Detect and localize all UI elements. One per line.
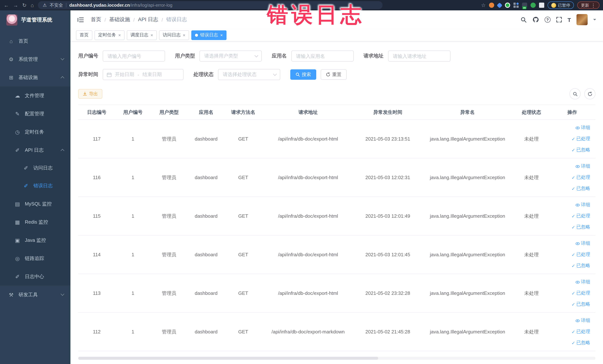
cell-exception: java.lang.IllegalArgumentException: [421, 158, 514, 197]
mark-ignored-link[interactable]: ✓ 已忽略: [571, 224, 590, 230]
search-button[interactable]: 搜索: [290, 69, 316, 80]
reload-icon[interactable]: ↻: [22, 3, 26, 8]
user-id-input[interactable]: [103, 50, 165, 61]
request-url-input[interactable]: [388, 50, 450, 61]
mark-processed-link[interactable]: ✓ 已处理: [571, 290, 590, 296]
user-type-select[interactable]: 请选择用户类型: [199, 50, 262, 61]
sidebar-item-error-log[interactable]: ✐ 错误日志: [0, 177, 70, 195]
cell-status: 未处理: [514, 235, 549, 274]
extension-icon[interactable]: [531, 3, 536, 8]
tab-error-log[interactable]: 错误日志 ×: [191, 30, 227, 40]
cell-status: 未处理: [514, 120, 549, 158]
scrollbar-thumb[interactable]: [78, 357, 378, 360]
select-placeholder: 请选择用户类型: [204, 53, 238, 59]
sidebar-item-file-manage[interactable]: ☁ 文件管理: [0, 86, 70, 105]
extensions-puzzle-icon[interactable]: [539, 3, 544, 8]
app-logo[interactable]: 芋道管理系统: [0, 10, 70, 30]
sidebar-item-home[interactable]: ⌂ 首页: [0, 32, 70, 50]
update-label: 更新: [581, 2, 589, 8]
browser-menu-icon[interactable]: ⋮: [591, 2, 596, 8]
log-icon: ✐: [23, 183, 29, 189]
detail-link[interactable]: 详细: [575, 163, 590, 169]
tab-job-log[interactable]: 调度日志 ×: [127, 30, 157, 40]
start-date-placeholder[interactable]: 开始日期: [115, 71, 134, 78]
tab-label: 错误日志: [200, 32, 218, 38]
cell-app-name: dashboard: [188, 120, 225, 158]
detail-link[interactable]: 详细: [575, 125, 590, 131]
detail-link[interactable]: 详细: [575, 202, 590, 208]
security-label[interactable]: 不安全: [50, 2, 63, 8]
mark-ignored-link[interactable]: ✓ 已忽略: [571, 340, 590, 346]
bookmark-star-icon[interactable]: ☆: [481, 2, 486, 8]
extension-icon[interactable]: [513, 3, 519, 8]
breadcrumb-home[interactable]: 首页: [91, 16, 101, 23]
breadcrumb-api-log[interactable]: API 日志: [138, 16, 158, 23]
paused-profile-pill[interactable]: 已暂停: [548, 1, 574, 9]
close-icon[interactable]: ×: [118, 33, 121, 37]
mark-processed-link[interactable]: ✓ 已处理: [571, 174, 590, 181]
tab-access-log[interactable]: 访问日志 ×: [159, 30, 189, 40]
sidebar-item-java-monitor[interactable]: ▣ Java 监控: [0, 231, 70, 249]
extension-icon[interactable]: [505, 3, 510, 8]
tab-scheduled-job[interactable]: 定时任务 ×: [94, 30, 125, 40]
close-icon[interactable]: ×: [183, 33, 185, 37]
fullscreen-icon[interactable]: [556, 17, 562, 23]
date-range-picker[interactable]: 开始日期 - 结束日期: [103, 69, 184, 80]
reset-button[interactable]: 重置: [321, 69, 347, 80]
mark-ignored-link[interactable]: ✓ 已忽略: [571, 186, 590, 192]
caret-down-icon[interactable]: [593, 19, 596, 22]
avatar[interactable]: [577, 14, 588, 25]
extension-icon[interactable]: on: [522, 3, 527, 8]
sidebar-item-devtools[interactable]: ⚒ 研发工具: [0, 286, 70, 304]
extension-icon[interactable]: [497, 2, 502, 8]
mark-processed-link[interactable]: ✓ 已处理: [571, 136, 590, 142]
github-icon[interactable]: [532, 16, 539, 23]
search-icon[interactable]: [521, 16, 527, 23]
home-icon[interactable]: ⌂: [31, 3, 34, 8]
close-icon[interactable]: ×: [151, 33, 153, 37]
forward-icon[interactable]: →: [13, 3, 18, 8]
collapse-menu-icon[interactable]: [78, 17, 84, 23]
sidebar-item-trace[interactable]: ◎ 链路追踪: [0, 249, 70, 267]
sidebar-item-config-manage[interactable]: ✎ 配置管理: [0, 105, 70, 123]
sidebar-item-redis-monitor[interactable]: ▦ Redis 监控: [0, 213, 70, 231]
mark-ignored-link[interactable]: ✓ 已忽略: [571, 263, 590, 269]
sidebar-item-mysql-monitor[interactable]: ▤ MySQL 监控: [0, 195, 70, 213]
mark-processed-link[interactable]: ✓ 已处理: [571, 251, 590, 258]
cell-status: 未处理: [514, 274, 549, 312]
app-name-input[interactable]: [291, 50, 353, 61]
detail-link[interactable]: 详细: [575, 240, 590, 247]
update-button[interactable]: 更新 ⋮: [577, 1, 600, 9]
detail-link[interactable]: 详细: [575, 279, 590, 285]
breadcrumb-infra[interactable]: 基础设施: [109, 16, 130, 23]
back-icon[interactable]: ←: [4, 3, 9, 8]
sidebar: 芋道管理系统 ⌂ 首页 ⚙ 系统管理 ⊞ 基础设施: [0, 10, 70, 364]
mark-processed-link[interactable]: ✓ 已处理: [571, 213, 590, 219]
mark-ignored-link[interactable]: ✓ 已忽略: [571, 301, 590, 307]
end-date-placeholder[interactable]: 结束日期: [142, 71, 162, 78]
address-bar[interactable]: ⚠ 不安全 dashboard.yudao.iocoder.cn/infra/l…: [38, 1, 383, 9]
sidebar-item-infra[interactable]: ⊞ 基础设施: [0, 68, 70, 86]
sidebar-item-system[interactable]: ⚙ 系统管理: [0, 50, 70, 68]
tab-home[interactable]: 首页: [76, 30, 92, 40]
export-button[interactable]: 导出: [78, 89, 102, 99]
url-text[interactable]: dashboard.yudao.iocoder.cn/infra/log/api…: [69, 3, 172, 8]
extension-icon[interactable]: [489, 3, 494, 8]
sidebar-item-scheduled-job[interactable]: ◷ 定时任务: [0, 123, 70, 141]
sidebar-item-api-log[interactable]: ✐ API 日志: [0, 141, 70, 159]
detail-link[interactable]: 详细: [575, 317, 590, 324]
toggle-search-button[interactable]: [569, 88, 580, 99]
status-select[interactable]: 请选择处理状态: [218, 69, 280, 80]
sidebar-item-access-log[interactable]: ✐ 访问日志: [0, 159, 70, 177]
font-size-icon[interactable]: T: [568, 16, 571, 23]
close-icon[interactable]: ×: [220, 33, 223, 37]
help-icon[interactable]: ?: [545, 17, 551, 23]
mark-processed-link[interactable]: ✓ 已处理: [571, 329, 590, 335]
refresh-button[interactable]: [584, 88, 595, 99]
sidebar-item-log-center[interactable]: ✐ 日志中心: [0, 267, 70, 286]
cell-time: 2021-05-02 21:45:28: [354, 312, 421, 351]
cell-method: GET: [225, 274, 262, 312]
security-warning-icon[interactable]: ⚠: [43, 3, 47, 8]
horizontal-scrollbar[interactable]: [78, 357, 595, 360]
mark-ignored-link[interactable]: ✓ 已忽略: [571, 147, 590, 153]
